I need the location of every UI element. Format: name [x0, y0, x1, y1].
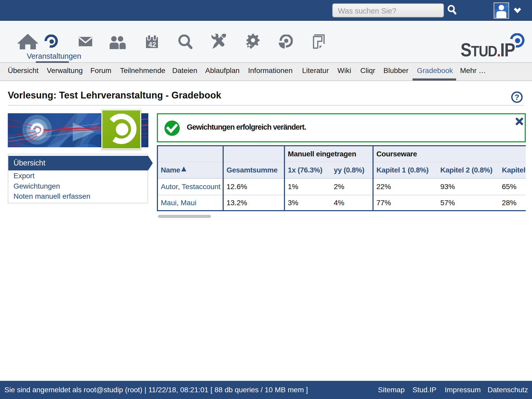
svg-text:?: ? [515, 93, 519, 101]
svg-text:42: 42 [148, 41, 156, 48]
